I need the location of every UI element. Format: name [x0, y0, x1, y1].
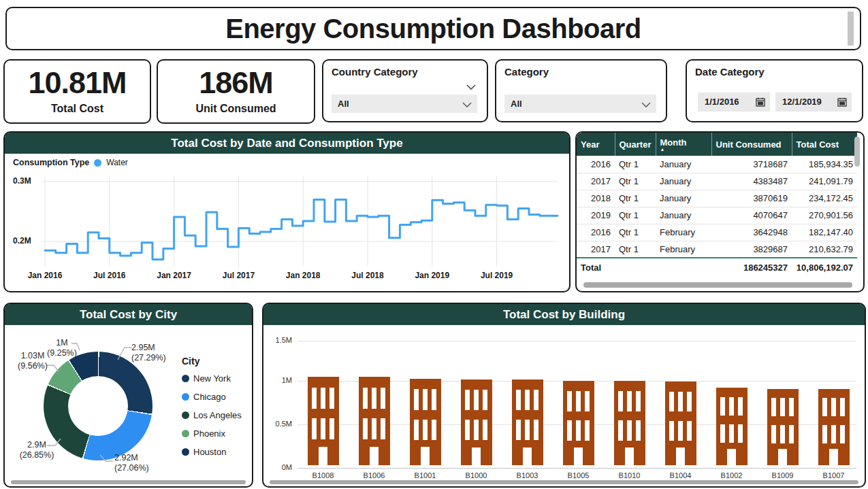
building-bar-b1007[interactable] — [818, 389, 850, 465]
column-header-unit-consumed[interactable]: Unit Consumed — [711, 133, 792, 156]
chevron-down-icon[interactable] — [641, 99, 651, 111]
table-row[interactable]: 2017Qtr 1February3829687210,632.79 — [577, 241, 857, 258]
slice-label-houston: 1M(9.25%) — [43, 338, 81, 358]
category-value: All — [511, 95, 522, 113]
date-category-slicer: Date Category 1/1/2016 12/1/2019 — [686, 59, 863, 122]
country-category-slicer: Country Category All — [322, 59, 488, 122]
y-tick-label: 1.5M — [268, 336, 292, 344]
date-start-value: 1/1/2016 — [705, 92, 739, 112]
legend-item-chicago[interactable]: Chicago — [182, 390, 242, 403]
building-windows — [818, 398, 850, 416]
building-bar-b1005[interactable] — [563, 381, 594, 465]
table-cell: February — [656, 224, 711, 241]
table-row[interactable]: 2016Qtr 1February3642948182,147.40 — [577, 224, 857, 241]
building-bar-b1008[interactable] — [308, 377, 339, 465]
column-header-quarter[interactable]: Quarter — [615, 133, 656, 156]
bar-slot — [655, 376, 706, 465]
legend-dot — [182, 411, 189, 419]
building-bar-b1003[interactable] — [512, 380, 543, 465]
table-row[interactable]: 2017Qtr 1January4383487241,091.79 — [577, 173, 857, 190]
legend-item-houston[interactable]: Houston — [182, 445, 242, 458]
building-chart-card: Total Cost by Building 1.5M1M0.5M0M B100… — [262, 303, 866, 488]
building-door — [472, 448, 481, 465]
table-row[interactable]: 2018Qtr 1January3870619234,172.45 — [577, 190, 857, 207]
x-tick-label: Jul 2017 — [214, 271, 262, 280]
table-cell: 2016 — [577, 224, 615, 241]
building-bar-b1009[interactable] — [767, 389, 799, 465]
y-tick-label: 0M — [268, 463, 292, 471]
date-end-input[interactable]: 12/1/2019 — [775, 92, 852, 112]
gridline — [298, 341, 856, 341]
building-windows — [818, 425, 850, 443]
column-header-total-cost[interactable]: Total Cost — [792, 133, 857, 156]
calendar-icon[interactable] — [756, 97, 765, 109]
chevron-down-icon[interactable] — [462, 99, 472, 111]
legend-item-phoenix[interactable]: Phoenix — [182, 427, 242, 440]
donut-chart[interactable] — [44, 352, 152, 460]
table-row[interactable]: 2016Qtr 1January3718687185,934.35 — [577, 156, 857, 173]
table-cell: Qtr 1 — [615, 224, 656, 241]
gridline — [298, 468, 856, 469]
bar-slot — [757, 376, 808, 465]
kpi-unit-consumed-card: 186M Unit Consumed — [157, 59, 315, 124]
building-bar-b1001[interactable] — [410, 379, 441, 465]
column-header-month[interactable]: Month▲ — [656, 133, 711, 156]
x-category-label: B1008 — [298, 471, 349, 479]
legend-label: New York — [193, 373, 231, 384]
building-bar-b1006[interactable] — [359, 377, 390, 465]
kpi-unit-consumed-label: Unit Consumed — [158, 103, 314, 115]
building-door — [829, 449, 838, 465]
building-door — [676, 448, 685, 465]
legend-item-los-angeles[interactable]: Los Angeles — [182, 409, 242, 422]
date-category-title: Date Category — [695, 66, 765, 78]
table-cell: 2017 — [577, 241, 615, 258]
legend-water-label[interactable]: Water — [106, 158, 128, 167]
table-cell: 2019 — [577, 207, 615, 224]
building-windows — [614, 391, 645, 411]
building-windows — [359, 388, 390, 409]
country-category-value: All — [338, 95, 349, 113]
building-bar-b1002[interactable] — [716, 388, 748, 465]
building-windows — [767, 398, 799, 416]
building-windows — [410, 420, 441, 440]
table-cell: 234,172.45 — [792, 190, 857, 207]
donut-card-scrollbar[interactable] — [11, 480, 246, 484]
slice-label-new-york: 2.95M(27.29%) — [131, 343, 166, 363]
title-scrollbar[interactable] — [848, 12, 854, 46]
page-title: Energy Consumption Dashboard — [7, 8, 860, 49]
building-windows — [563, 391, 594, 411]
x-tick-label: Jul 2016 — [86, 271, 133, 280]
category-dropdown[interactable]: All — [504, 95, 656, 113]
sort-ascending-icon: ▲ — [660, 148, 707, 151]
line-chart-title: Total Cost by Date and Consumption Type — [5, 133, 569, 154]
column-header-year[interactable]: Year — [577, 133, 615, 156]
building-card-scrollbar[interactable] — [270, 480, 858, 484]
country-category-dropdown[interactable]: All — [332, 95, 477, 113]
legend-title: Consumption Type — [13, 158, 89, 167]
chevron-down-icon[interactable] — [466, 81, 476, 93]
table-row[interactable]: 2019Qtr 1January4070647270,901.56 — [577, 207, 857, 224]
building-windows — [716, 424, 748, 443]
bar-slot — [604, 376, 655, 465]
table-vertical-scrollbar[interactable] — [854, 137, 860, 167]
building-bar-b1000[interactable] — [461, 380, 492, 465]
legend-dot — [182, 430, 189, 437]
table-cell: Qtr 1 — [615, 190, 656, 207]
table-cell: Qtr 1 — [615, 241, 656, 258]
x-category-label: B1000 — [451, 471, 502, 479]
bar-slot — [349, 376, 400, 465]
building-windows — [716, 397, 748, 416]
building-bar-b1004[interactable] — [665, 382, 696, 465]
date-start-input[interactable]: 1/1/2016 — [698, 92, 770, 112]
building-windows — [767, 425, 799, 443]
total-label: Total — [577, 258, 711, 277]
y-tick-label: 1M — [268, 376, 292, 384]
matrix-table: YearQuarterMonth▲Unit ConsumedTotal Cost… — [577, 133, 857, 277]
calendar-icon[interactable] — [837, 97, 847, 109]
table-horizontal-scrollbar[interactable] — [583, 282, 852, 288]
building-bar-b1010[interactable] — [614, 381, 645, 465]
x-category-label: B1009 — [757, 471, 808, 479]
x-category-label: B1005 — [553, 471, 604, 479]
legend-item-new-york[interactable]: New York — [182, 372, 242, 385]
table-cell: January — [656, 207, 711, 224]
